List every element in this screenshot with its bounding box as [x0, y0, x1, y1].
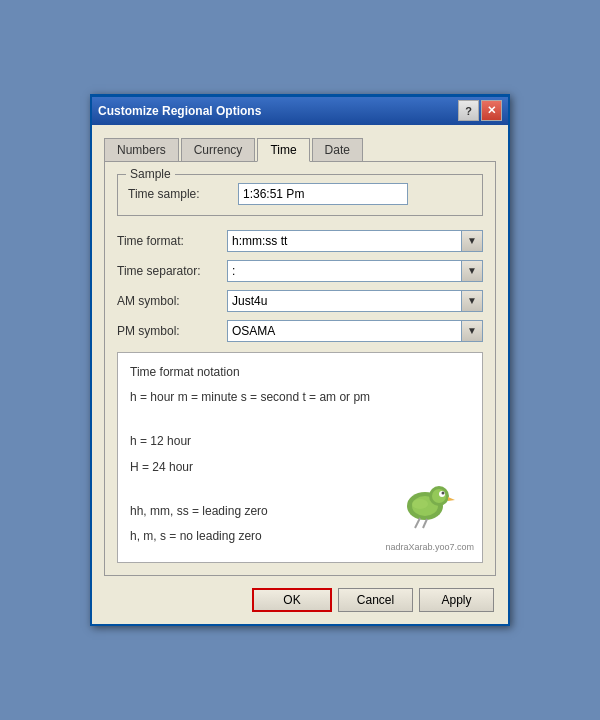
- tab-numbers[interactable]: Numbers: [104, 138, 179, 162]
- dialog-title: Customize Regional Options: [98, 104, 261, 118]
- info-box: Time format notation h = hour m = minute…: [117, 352, 483, 564]
- am-symbol-row: AM symbol: Just4u ▼: [117, 290, 483, 312]
- svg-point-9: [412, 499, 428, 509]
- watermark-bird-icon: [385, 476, 455, 534]
- time-format-select-wrapper: h:mm:ss tt ▼: [227, 230, 483, 252]
- time-format-row: Time format: h:mm:ss tt ▼: [117, 230, 483, 252]
- am-symbol-label: AM symbol:: [117, 294, 227, 308]
- time-format-select[interactable]: h:mm:ss tt: [227, 230, 483, 252]
- watermark: nadraXarab.yoo7.com: [385, 476, 474, 555]
- am-symbol-select-wrapper: Just4u ▼: [227, 290, 483, 312]
- svg-line-7: [415, 518, 420, 528]
- pm-symbol-row: PM symbol: OSAMA ▼: [117, 320, 483, 342]
- cancel-button[interactable]: Cancel: [338, 588, 413, 612]
- time-separator-label: Time separator:: [117, 264, 227, 278]
- time-sample-row: Time sample:: [128, 183, 472, 205]
- ok-button[interactable]: OK: [252, 588, 332, 612]
- help-button[interactable]: ?: [458, 100, 479, 121]
- pm-symbol-label: PM symbol:: [117, 324, 227, 338]
- svg-point-5: [442, 491, 445, 494]
- sample-group: Sample Time sample:: [117, 174, 483, 216]
- svg-marker-6: [448, 497, 455, 501]
- info-line5: H = 24 hour: [130, 458, 470, 477]
- close-button[interactable]: ✕: [481, 100, 502, 121]
- dialog-content: Numbers Currency Time Date Sample Time s…: [92, 125, 508, 625]
- am-symbol-select[interactable]: Just4u: [227, 290, 483, 312]
- time-separator-select-wrapper: : ▼: [227, 260, 483, 282]
- tab-bar: Numbers Currency Time Date: [104, 133, 496, 161]
- time-sample-label: Time sample:: [128, 187, 238, 201]
- time-separator-row: Time separator: : ▼: [117, 260, 483, 282]
- pm-symbol-select-wrapper: OSAMA ▼: [227, 320, 483, 342]
- time-separator-select[interactable]: :: [227, 260, 483, 282]
- info-line2: h = hour m = minute s = second t = am or…: [130, 388, 470, 407]
- watermark-site-text: nadraXarab.yoo7.com: [385, 540, 474, 554]
- tab-date[interactable]: Date: [312, 138, 363, 162]
- info-line4: h = 12 hour: [130, 432, 470, 451]
- time-sample-input[interactable]: [238, 183, 408, 205]
- svg-line-8: [423, 519, 427, 528]
- button-row: OK Cancel Apply: [104, 588, 496, 612]
- apply-button[interactable]: Apply: [419, 588, 494, 612]
- time-format-label: Time format:: [117, 234, 227, 248]
- tab-time[interactable]: Time: [257, 138, 309, 162]
- tab-content: Sample Time sample: Time format: h:mm:ss…: [104, 161, 496, 577]
- pm-symbol-select[interactable]: OSAMA: [227, 320, 483, 342]
- tab-currency[interactable]: Currency: [181, 138, 256, 162]
- dialog-window: Customize Regional Options ? ✕ Numbers C…: [90, 94, 510, 627]
- sample-group-label: Sample: [126, 167, 175, 181]
- title-bar: Customize Regional Options ? ✕: [92, 97, 508, 125]
- title-bar-buttons: ? ✕: [458, 100, 502, 121]
- info-line1: Time format notation: [130, 363, 470, 382]
